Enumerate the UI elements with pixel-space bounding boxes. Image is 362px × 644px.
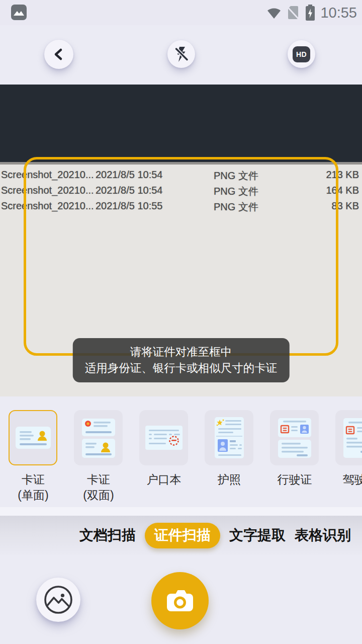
card-type-label: 卡证(单面) bbox=[1, 472, 66, 503]
back-icon bbox=[52, 47, 66, 61]
driver-license-icon bbox=[340, 416, 362, 460]
card-type-selector: 卡证(单面) 卡证(双面) 户口本 护照 行驶证 驾驶证 bbox=[0, 396, 362, 507]
back-button[interactable] bbox=[44, 40, 73, 69]
card-type-label: 户口本 bbox=[131, 472, 197, 488]
hd-toggle-button[interactable]: HD bbox=[288, 40, 315, 68]
card-type-passport[interactable] bbox=[205, 410, 253, 465]
gallery-button[interactable] bbox=[36, 578, 80, 622]
clock: 10:55 bbox=[320, 5, 357, 21]
status-bar: 10:55 bbox=[0, 0, 362, 25]
gallery-icon bbox=[42, 584, 74, 616]
card-type-label: 行驶证 bbox=[262, 472, 327, 488]
card-type-label: 驾驶证 bbox=[327, 472, 362, 488]
camera-scan-screen: 10:55 HD Screenshot_20210... 2021/8/5 10… bbox=[0, 0, 362, 644]
card-type-label: 卡证(双面) bbox=[66, 472, 131, 503]
passport-icon bbox=[213, 416, 245, 460]
tab-text-extract[interactable]: 文字提取 bbox=[229, 526, 286, 545]
card-type-vehicle-license[interactable] bbox=[270, 410, 319, 465]
card-type-label: 护照 bbox=[197, 472, 262, 488]
vehicle-license-icon bbox=[275, 416, 314, 460]
shutter-button[interactable] bbox=[151, 572, 209, 629]
toast-line1: 请将证件对准至框中 bbox=[85, 344, 278, 360]
card-type-card-single[interactable] bbox=[9, 410, 57, 465]
card-single-icon bbox=[14, 418, 53, 457]
battery-charging-icon bbox=[305, 4, 316, 22]
card-double-icon bbox=[79, 416, 118, 460]
tab-table-recognize[interactable]: 表格识别 bbox=[295, 526, 351, 545]
flash-off-icon bbox=[172, 45, 191, 63]
card-type-driver-license[interactable] bbox=[335, 410, 362, 465]
tab-document-scan[interactable]: 文档扫描 bbox=[79, 526, 136, 545]
photo-notification-icon bbox=[11, 5, 27, 20]
card-type-household-register[interactable] bbox=[139, 410, 188, 465]
flash-off-button[interactable] bbox=[167, 40, 195, 68]
toast-line2: 适用身份证、银行卡或相似尺寸的卡证 bbox=[85, 360, 278, 376]
card-type-card-double[interactable] bbox=[74, 410, 123, 465]
tabbar-highlight bbox=[0, 507, 362, 516]
camera-preview-dark-area bbox=[0, 85, 362, 162]
mode-tab-bar: 文档扫描 证件扫描 文字提取 表格识别 bbox=[0, 516, 362, 555]
tab-id-card-scan[interactable]: 证件扫描 bbox=[145, 523, 220, 548]
wifi-icon bbox=[266, 5, 282, 20]
hint-toast: 请将证件对准至框中 适用身份证、银行卡或相似尺寸的卡证 bbox=[73, 338, 290, 382]
id-card-capture-frame bbox=[24, 157, 338, 356]
no-sim-icon bbox=[286, 5, 300, 21]
household-register-icon bbox=[144, 424, 184, 452]
hd-icon: HD bbox=[293, 46, 310, 62]
camera-shutter-icon bbox=[165, 588, 195, 613]
